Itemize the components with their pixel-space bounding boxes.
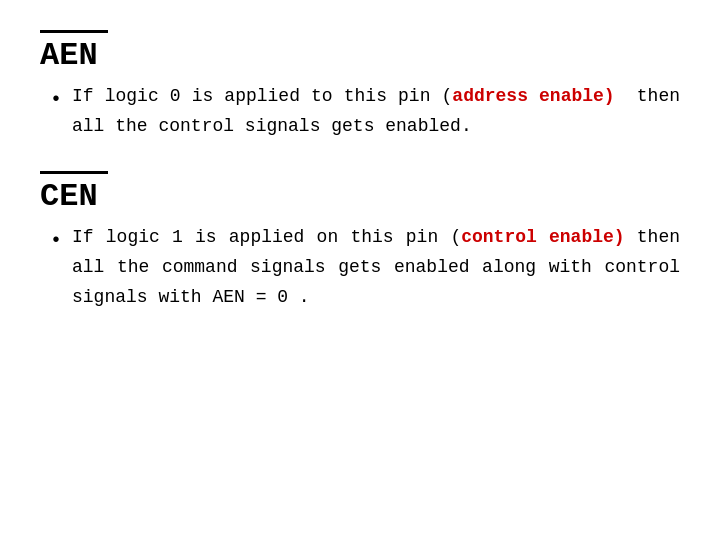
cen-bullet-symbol: • <box>50 225 62 257</box>
aen-bullet-item: • If logic 0 is applied to this pin (add… <box>50 82 680 141</box>
cen-title: CEN <box>40 171 108 215</box>
aen-title: AEN <box>40 30 108 74</box>
cen-highlight: control enable) <box>461 227 624 247</box>
aen-highlight: address enable) <box>452 86 614 106</box>
cen-section: CEN • If logic 1 is applied on this pin … <box>40 171 680 312</box>
cen-bullet-text: If logic 1 is applied on this pin (contr… <box>72 223 680 312</box>
aen-bullet-symbol: • <box>50 84 62 116</box>
cen-bullet-item: • If logic 1 is applied on this pin (con… <box>50 223 680 312</box>
aen-bullet-text: If logic 0 is applied to this pin (addre… <box>72 82 680 141</box>
page-container: AEN • If logic 0 is applied to this pin … <box>0 0 720 540</box>
aen-section: AEN • If logic 0 is applied to this pin … <box>40 30 680 141</box>
